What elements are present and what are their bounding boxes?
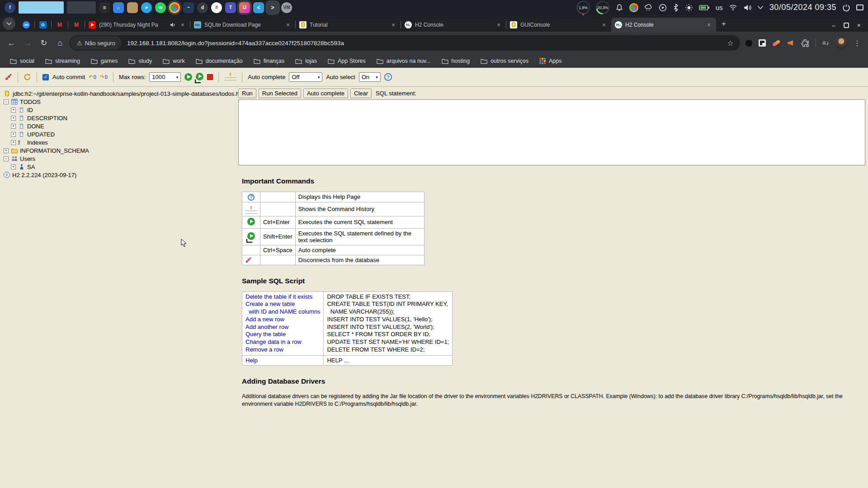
tree-node-indexes[interactable]: + az Indexes: [2, 138, 238, 146]
weather-icon[interactable]: [644, 4, 653, 11]
bookmark-folder-lojas[interactable]: lojas: [291, 56, 321, 66]
tab-h2-console-active[interactable]: H₂ H2 Console ×: [611, 18, 716, 32]
collapse-box[interactable]: −: [4, 156, 9, 161]
rollback-count-icon[interactable]: ↷0: [100, 74, 108, 80]
intellij-icon[interactable]: IJ: [239, 2, 250, 13]
tweaks-icon[interactable]: ≡: [99, 2, 110, 13]
vscode-icon[interactable]: <: [253, 2, 264, 13]
auto-select-select[interactable]: On▾: [359, 72, 381, 82]
history-icon[interactable]: ⬆——————: [224, 73, 236, 81]
discord-icon[interactable]: d: [197, 2, 208, 13]
new-tab-button[interactable]: +: [718, 18, 730, 30]
expand-box[interactable]: +: [11, 132, 16, 137]
tree-node-todos[interactable]: − TODOS: [2, 98, 238, 106]
menu-kebab-icon[interactable]: ⋮: [854, 39, 861, 47]
pinned-tab-outlook[interactable]: O: [35, 18, 51, 32]
tree-node-users[interactable]: − Users: [2, 155, 238, 163]
sample-link-create[interactable]: Create a new table: [245, 300, 295, 307]
forward-button[interactable]: →: [21, 36, 34, 50]
fedora-icon[interactable]: f: [5, 2, 15, 13]
max-rows-select[interactable]: 1000▾: [149, 72, 181, 82]
wifi-icon[interactable]: [729, 4, 737, 11]
auto-complete-select[interactable]: Off▾: [289, 72, 322, 82]
sample-link-select[interactable]: Query the table: [245, 331, 286, 338]
tray-chevron-down-icon[interactable]: [757, 5, 764, 9]
tab-guiconsole[interactable]: GUIConsole ×: [506, 18, 611, 32]
bookmark-folder-financas[interactable]: finanças: [249, 56, 289, 66]
profile-avatar[interactable]: [835, 37, 847, 49]
tab-sqlite[interactable]: SQL SQLite Download Page ×: [190, 18, 295, 32]
volume-icon[interactable]: [743, 4, 751, 11]
teams-icon[interactable]: T: [225, 2, 236, 13]
window-preview[interactable]: [19, 1, 64, 14]
pinned-tab-zoom[interactable]: zm: [18, 18, 34, 32]
close-window-button[interactable]: ×: [857, 22, 861, 29]
tab-tutorial[interactable]: Tutorial ×: [296, 18, 401, 32]
bookmark-apps[interactable]: Apps: [535, 56, 566, 66]
chrome-tray-icon[interactable]: [629, 3, 638, 12]
chrome-icon[interactable]: [169, 2, 180, 13]
media-queue-icon[interactable]: ≡♪: [822, 39, 829, 47]
address-bar[interactable]: ⚠ Não seguro 192.168.1.181:8082/login.do…: [70, 35, 740, 51]
expand-box[interactable]: +: [11, 116, 16, 121]
run-button[interactable]: Run: [238, 89, 256, 98]
auto-commit-checkbox[interactable]: ✓: [42, 74, 49, 80]
tree-node-information-schema[interactable]: + INFORMATION_SCHEMA: [2, 146, 238, 155]
tree-node-description[interactable]: + DESCRIPTION: [2, 114, 238, 122]
megaphone-extension-icon[interactable]: [787, 39, 795, 47]
expand-box[interactable]: +: [11, 164, 16, 169]
tab-search-chevron-icon[interactable]: [3, 17, 15, 30]
refresh-icon[interactable]: [24, 73, 31, 81]
run-icon[interactable]: [247, 218, 255, 225]
tab-h2-console-1[interactable]: H₂ H2 Console ×: [401, 18, 506, 32]
expand-box[interactable]: +: [4, 148, 9, 153]
sample-link-create-2[interactable]: with ID and NAME columns: [245, 308, 320, 315]
bookmark-folder-games[interactable]: games: [86, 56, 123, 66]
tab-close-icon[interactable]: ×: [284, 21, 292, 28]
cancel-statement-icon[interactable]: [207, 74, 213, 80]
tab-close-icon[interactable]: ×: [495, 21, 502, 28]
bookmark-folder-work[interactable]: work: [158, 56, 189, 66]
disconnect-icon[interactable]: [245, 257, 257, 263]
memory-gauge[interactable]: 20,3%: [596, 1, 609, 14]
expand-box[interactable]: +: [11, 140, 16, 145]
bookmark-star-icon[interactable]: ☆: [723, 39, 737, 47]
back-button[interactable]: ←: [5, 36, 18, 50]
disconnect-icon[interactable]: [5, 73, 12, 81]
expand-box[interactable]: +: [11, 124, 16, 129]
tree-node-sa[interactable]: + SA: [2, 163, 238, 171]
history-icon[interactable]: ⬆——————: [245, 206, 257, 215]
notification-bell-icon[interactable]: [615, 4, 623, 12]
bookmark-folder-hosting[interactable]: hosting: [437, 56, 474, 66]
tree-node-done[interactable]: + DONE: [2, 122, 238, 130]
expand-box[interactable]: +: [11, 108, 16, 113]
help-icon[interactable]: ?: [248, 194, 255, 201]
cpu-gauge[interactable]: 1,8%: [576, 1, 590, 14]
sql-statement-input[interactable]: [238, 99, 865, 165]
minimize-button[interactable]: –: [832, 22, 835, 29]
run-selected-icon[interactable]: [247, 232, 255, 241]
terminal-icon[interactable]: >: [267, 2, 278, 13]
sample-link-insert-1[interactable]: Add a new row: [245, 316, 284, 323]
vm-icon[interactable]: VM: [281, 2, 292, 13]
power-icon[interactable]: [842, 4, 850, 12]
reload-button[interactable]: ↻: [37, 36, 51, 50]
bookmark-folder-documentacao[interactable]: documentação: [191, 56, 247, 66]
bookmark-folder-social[interactable]: social: [5, 56, 39, 66]
tab-close-icon[interactable]: ×: [705, 21, 712, 28]
sample-link-help[interactable]: Help: [245, 357, 258, 364]
window-preview-2[interactable]: [67, 1, 96, 14]
tab-close-icon[interactable]: ×: [179, 21, 186, 28]
whatsapp-icon[interactable]: w: [155, 2, 166, 13]
bluetooth-icon[interactable]: [673, 4, 679, 12]
slack-icon[interactable]: #: [211, 2, 222, 13]
keyboard-layout-indicator[interactable]: us: [716, 4, 723, 11]
restore-button[interactable]: [844, 23, 849, 28]
security-chip[interactable]: ⚠ Não seguro: [71, 36, 122, 50]
files-icon[interactable]: [127, 2, 138, 13]
brightness-icon[interactable]: [685, 4, 693, 12]
tree-node-id[interactable]: + ID: [2, 106, 238, 114]
qr-extension-icon[interactable]: [759, 39, 766, 47]
home-button[interactable]: ⌂: [53, 36, 67, 50]
clock[interactable]: 30/05/2024 09:35: [769, 3, 836, 12]
